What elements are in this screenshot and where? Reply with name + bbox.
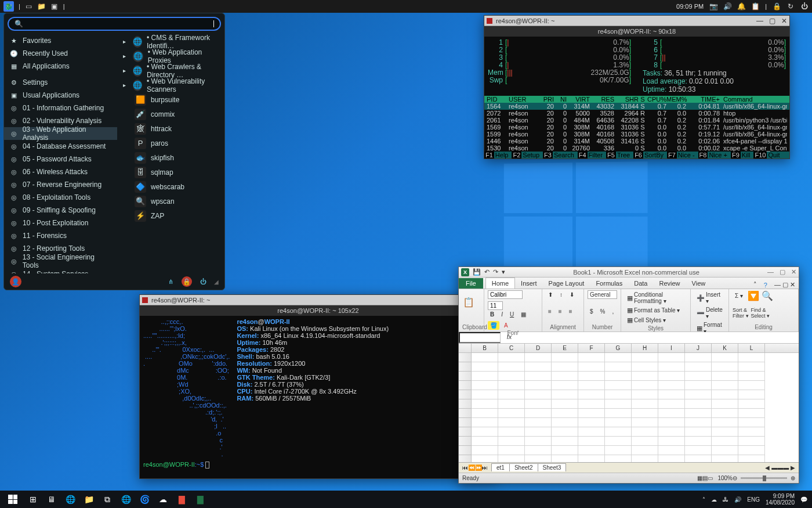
cell[interactable]	[552, 446, 578, 455]
column-header[interactable]: H	[632, 344, 658, 352]
autosum-button[interactable]: Σ ▾	[733, 291, 745, 300]
cell[interactable]	[578, 372, 605, 381]
sheet-tab[interactable]: et1	[491, 463, 510, 471]
find-select-button[interactable]: 🔍	[762, 290, 773, 301]
ribbon-tab-file[interactable]: File	[459, 278, 483, 289]
cell[interactable]	[498, 381, 525, 390]
cell[interactable]	[685, 353, 712, 362]
cell[interactable]	[498, 390, 525, 399]
cell[interactable]	[738, 353, 765, 362]
cell[interactable]	[552, 455, 578, 462]
cell[interactable]	[498, 418, 525, 427]
htop-titlebar[interactable]: re4son@WOPR-II: ~ — ▢ ✕	[484, 16, 789, 26]
column-header[interactable]: C	[498, 344, 525, 352]
column-header[interactable]: E	[552, 344, 578, 352]
maximize-button[interactable]: ▢	[780, 268, 785, 276]
menu-item[interactable]: ★Favorites	[4, 34, 117, 47]
cell[interactable]	[712, 372, 738, 381]
htop-column-header[interactable]: PIDUSERPRINIVIRTRESSHRSCPU%MEM%TIME+Comm…	[484, 96, 789, 103]
menu-item[interactable]: ▣Usual Applications	[4, 89, 117, 102]
edge-icon[interactable]: 🌀	[138, 493, 151, 506]
align-left-button[interactable]: ≡	[546, 307, 554, 316]
cell[interactable]	[658, 390, 685, 399]
process-row[interactable]: 1564re4son200314M4303231844S0.70.20:04.8…	[484, 103, 789, 110]
cell[interactable]	[472, 409, 498, 418]
cell[interactable]	[605, 427, 632, 437]
row-header[interactable]	[459, 418, 472, 427]
view-layout-icon[interactable]: ▤	[702, 475, 708, 481]
cell[interactable]	[658, 446, 685, 455]
row-header[interactable]	[459, 409, 472, 418]
app-item[interactable]: 💉commix	[117, 107, 224, 121]
cell[interactable]	[738, 409, 765, 418]
sheet-tab[interactable]: Sheet2	[509, 463, 538, 471]
menu-search-input[interactable]	[23, 20, 213, 28]
submenu-item[interactable]: ▸🌐• Web Vulnerability Scanners	[117, 78, 224, 92]
delete-cells-button[interactable]: ➖Delete ▾	[694, 305, 725, 320]
chrome-icon[interactable]: 🌐	[119, 493, 132, 506]
cell[interactable]	[525, 437, 552, 446]
cell[interactable]	[738, 446, 765, 455]
cell[interactable]	[632, 418, 658, 427]
process-row[interactable]: 1599re4son200308M4016831036S0.00.20:19.1…	[484, 131, 789, 138]
app-item[interactable]: Pparos	[117, 136, 224, 150]
cell[interactable]	[472, 418, 498, 427]
ribbon-minimize-icon[interactable]: ˄	[750, 281, 760, 289]
menu-item[interactable]: ◎09 - Sniffing & Spoofing	[4, 204, 117, 217]
row-header[interactable]	[459, 353, 472, 362]
menu-item[interactable]: ◎07 - Reverse Engineering	[4, 178, 117, 191]
menu-item[interactable]: ◎01 - Information Gathering	[4, 102, 117, 114]
cell[interactable]	[632, 362, 658, 372]
fill-color-button[interactable]: 🪣	[488, 321, 499, 330]
view-normal-icon[interactable]: ▦	[697, 475, 702, 481]
zoom-slider[interactable]	[741, 477, 787, 479]
zoom-in-button[interactable]: ⊕	[791, 475, 795, 481]
cell[interactable]	[552, 427, 578, 437]
font-color-button[interactable]: A	[502, 321, 510, 330]
cell[interactable]	[552, 372, 578, 381]
cell[interactable]	[472, 390, 498, 399]
cell[interactable]	[525, 372, 552, 381]
cell[interactable]	[738, 455, 765, 462]
cell[interactable]	[525, 353, 552, 362]
column-header[interactable]: B	[472, 344, 498, 352]
cell[interactable]	[712, 390, 738, 399]
save-icon[interactable]: 💾	[473, 268, 481, 276]
ribbon-tab-review[interactable]: Review	[653, 278, 686, 289]
cell[interactable]	[472, 446, 498, 455]
cell[interactable]	[605, 455, 632, 462]
cell[interactable]	[605, 446, 632, 455]
comma-button[interactable]: ,	[610, 307, 616, 316]
cell[interactable]	[552, 390, 578, 399]
cell[interactable]	[552, 418, 578, 427]
cell[interactable]	[525, 390, 552, 399]
menu-item[interactable]: ◎04 - Database Assessment	[4, 140, 117, 153]
volume-icon[interactable]: 🔊	[723, 2, 731, 10]
cell[interactable]	[525, 362, 552, 372]
cell[interactable]	[632, 372, 658, 381]
cell[interactable]	[578, 353, 605, 362]
excel-titlebar[interactable]: X 💾 ↶ ↷ ▾ Book1 - Microsoft Excel non-co…	[459, 267, 799, 278]
submenu-item[interactable]: ▸🌐• Web Application Proxies	[117, 49, 224, 63]
column-header[interactable]: G	[605, 344, 632, 352]
ribbon-tab-page-layout[interactable]: Page Layout	[543, 278, 590, 289]
format-as-table-button[interactable]: ▦Format as Table ▾	[625, 305, 682, 315]
cell[interactable]	[498, 446, 525, 455]
cell[interactable]	[658, 362, 685, 372]
explorer-icon[interactable]: 🖥	[45, 493, 58, 506]
refresh-icon[interactable]: ↻	[786, 2, 795, 10]
volume-tray-icon[interactable]: 🔊	[734, 496, 741, 503]
cell[interactable]	[658, 455, 685, 462]
user-avatar-icon[interactable]: 👤	[10, 276, 21, 287]
cell[interactable]	[472, 362, 498, 372]
cell[interactable]	[525, 455, 552, 462]
cell[interactable]	[738, 437, 765, 446]
conditional-formatting-button[interactable]: ▦Conditional Formatting ▾	[625, 290, 687, 305]
cell[interactable]	[712, 418, 738, 427]
name-box[interactable]	[459, 332, 501, 343]
app-item[interactable]: 🐟skipfish	[117, 150, 224, 165]
cell[interactable]	[498, 455, 525, 462]
cell[interactable]	[525, 418, 552, 427]
cell[interactable]	[578, 437, 605, 446]
row-header[interactable]	[459, 437, 472, 446]
